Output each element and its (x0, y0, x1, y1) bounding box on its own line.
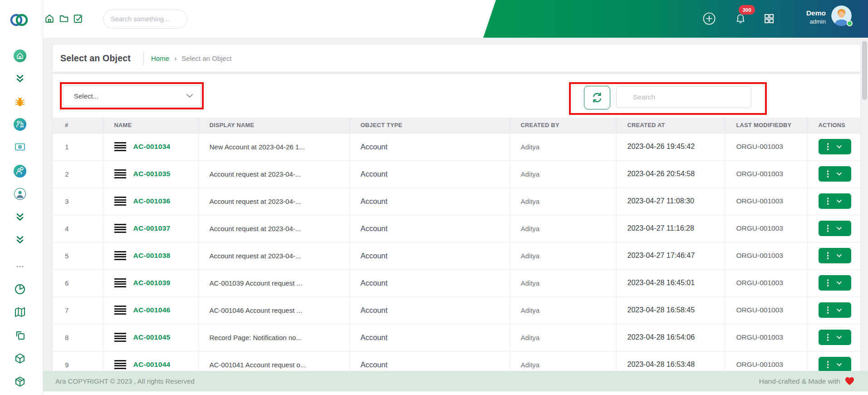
object-name-link[interactable]: AC-001036 (133, 197, 171, 205)
cell-created-at: 2023-04-26 19:45:42 (616, 133, 725, 160)
object-name-link[interactable]: AC-001034 (133, 143, 171, 151)
sidebar-monitor-settings-icon[interactable] (13, 141, 27, 155)
row-actions-button[interactable] (819, 193, 851, 209)
cell-display-name: Account request at 2023-04-... (198, 188, 349, 215)
sidebar-copy-icon[interactable] (13, 329, 27, 342)
chevron-down-icon (836, 336, 842, 339)
object-name-link[interactable]: AC-001038 (133, 252, 171, 260)
cell-display-name: Record Page: Notification no... (198, 324, 349, 351)
cell-name: AC-001038 (103, 242, 198, 269)
sidebar-bug-icon[interactable] (13, 95, 27, 109)
table-search-input[interactable] (617, 87, 751, 108)
sidebar-pie-chart-icon[interactable] (13, 282, 27, 296)
row-actions-button[interactable] (819, 302, 851, 318)
home-icon[interactable] (44, 14, 54, 24)
table-row: 2 AC-001035 Account request at 2023-04-.… (53, 160, 860, 188)
cell-index: 6 (53, 269, 103, 296)
cell-created-by: Aditya (510, 188, 616, 215)
cell-display-name: AC-001046 Account request ... (198, 296, 349, 324)
cell-last-modifiedby: ORGU-001003 (725, 351, 807, 374)
user-block[interactable]: Demo admin (777, 9, 826, 25)
object-name-link[interactable]: AC-001044 (133, 360, 171, 369)
table-row: 5 AC-001038 Account request at 2023-04-.… (53, 242, 860, 269)
brand-logo-icon[interactable] (9, 11, 29, 28)
row-menu-icon[interactable] (114, 251, 126, 260)
sidebar-user-search-icon[interactable] (13, 164, 27, 178)
cell-name: AC-001039 (103, 269, 198, 296)
row-actions-button[interactable] (819, 248, 851, 263)
chevron-down-icon (836, 363, 842, 366)
user-name: Demo (777, 9, 826, 18)
row-actions-button[interactable] (819, 330, 851, 345)
credit-text: Hand-crafted & Made with (759, 377, 840, 385)
row-menu-icon[interactable] (114, 142, 126, 151)
cell-last-modifiedby: ORGU-001003 (725, 133, 807, 160)
sidebar-package-icon[interactable] (13, 375, 27, 389)
apps-grid-icon[interactable] (763, 13, 775, 26)
row-menu-icon[interactable] (114, 306, 126, 315)
row-menu-icon[interactable] (114, 169, 126, 178)
table-search (616, 86, 751, 108)
row-menu-icon[interactable] (114, 278, 126, 287)
sidebar-more-options-icon[interactable] (13, 260, 27, 273)
refresh-button[interactable] (584, 86, 610, 109)
cell-name: AC-001034 (103, 133, 198, 160)
cell-object-type: Account (349, 160, 510, 188)
object-select-dropdown[interactable]: Select... (63, 85, 201, 106)
object-name-link[interactable]: AC-001046 (133, 306, 171, 314)
row-actions-button[interactable] (819, 221, 851, 236)
row-actions-button[interactable] (819, 275, 851, 291)
refresh-icon (591, 92, 603, 104)
cell-name: AC-001037 (103, 215, 198, 242)
sidebar-user-profile-icon[interactable] (13, 187, 27, 201)
cell-last-modifiedby: ORGU-001003 (725, 269, 807, 296)
row-actions-button[interactable] (819, 357, 851, 372)
object-name-link[interactable]: AC-001045 (133, 333, 171, 341)
scrollbar[interactable] (862, 41, 867, 100)
sidebar-double-chevron-icon-2[interactable] (13, 210, 27, 224)
chevron-down-icon (836, 227, 842, 230)
task-check-icon[interactable] (73, 14, 83, 24)
sidebar-service-desk-icon[interactable] (13, 118, 27, 131)
cell-display-name: Account request at 2023-04-... (198, 215, 349, 242)
col-header-object-type: OBJECT TYPE (349, 118, 510, 133)
breadcrumb-home-link[interactable]: Home (151, 54, 169, 62)
row-actions-button[interactable] (819, 139, 851, 154)
table-header-row: # NAME DISPLAY NAME OBJECT TYPE CREATED … (53, 118, 860, 133)
table-row: 4 AC-001037 Account request at 2023-04-.… (53, 215, 860, 242)
row-menu-icon[interactable] (114, 197, 126, 206)
chevron-down-icon (836, 281, 842, 285)
row-actions-button[interactable] (819, 166, 851, 182)
avatar[interactable] (831, 5, 852, 26)
notifications-bell-icon[interactable] (735, 13, 746, 27)
cell-created-by: Aditya (510, 296, 616, 324)
object-name-link[interactable]: AC-001037 (133, 224, 171, 232)
table-row: 6 AC-001039 AC-001039 Account request ..… (53, 269, 860, 296)
row-menu-icon[interactable] (114, 333, 126, 342)
app-screen: 300 Demo admin (0, 0, 868, 395)
cell-created-at: 2023-04-27 11:08:30 (616, 188, 725, 215)
col-header-created-at: CREATED AT (616, 118, 725, 133)
object-name-link[interactable]: AC-001035 (133, 170, 171, 178)
kebab-menu-icon (827, 306, 829, 313)
breadcrumb-separator-icon: › (174, 54, 177, 63)
cell-actions (807, 324, 860, 351)
sidebar-home-icon[interactable] (13, 49, 27, 63)
sidebar-double-chevron-icon-3[interactable] (13, 233, 27, 247)
sidebar-double-chevron-icon[interactable] (13, 72, 27, 85)
breadcrumb-current: Select an Object (181, 54, 231, 62)
sidebar-cube-icon[interactable] (13, 352, 27, 365)
row-menu-icon[interactable] (114, 224, 126, 233)
sidebar (0, 0, 43, 395)
folder-icon[interactable] (59, 14, 69, 24)
cell-index: 8 (53, 324, 103, 351)
global-search-input[interactable] (103, 10, 187, 28)
cell-index: 5 (53, 242, 103, 269)
sidebar-map-icon[interactable] (13, 306, 27, 319)
object-name-link[interactable]: AC-001039 (133, 279, 171, 287)
add-icon[interactable] (702, 12, 716, 27)
cell-display-name: AC-001039 Account request ... (198, 269, 349, 296)
kebab-menu-icon (827, 252, 829, 259)
row-menu-icon[interactable] (114, 360, 126, 369)
cell-last-modifiedby: ORGU-001003 (725, 188, 807, 215)
